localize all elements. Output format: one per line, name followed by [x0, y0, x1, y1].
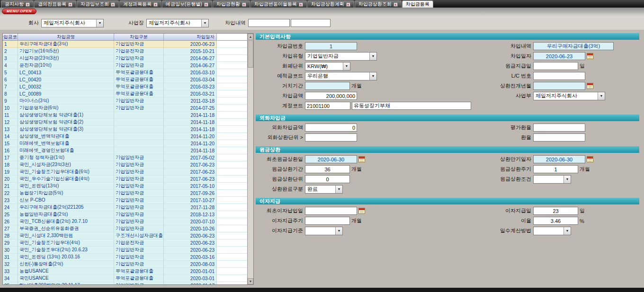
company-select[interactable]: 제일저지주식회사 ▼	[41, 19, 104, 27]
tab-close-icon[interactable]: x	[299, 2, 303, 7]
tab-8[interactable]: 차입금상환계획x	[307, 0, 354, 8]
tab-close-icon[interactable]: x	[111, 2, 115, 7]
table-row[interactable]: 7LC_00032무역포괄금융대출2016-03-23	[3, 83, 247, 90]
scroll-thumb[interactable]	[248, 40, 253, 68]
table-row[interactable]: 22농협장기차입금(5억)기업일반자금2017-09-26	[3, 190, 247, 197]
table-row[interactable]: 10기업운영자금(6억)기업일반자금2014-07-25	[3, 105, 247, 112]
loan-desc-field[interactable]	[533, 42, 614, 50]
tab-close-icon[interactable]: x	[68, 2, 72, 7]
table-row[interactable]: 30국민_기술창조우대(2억) 20.6.23기업일반자금2020-06-23	[3, 247, 247, 254]
currency-select[interactable]: KRW(₩)▼	[305, 62, 350, 71]
table-row[interactable]: 15미래에셋_변액보험대출2014-11-20	[3, 140, 247, 147]
calendar-icon[interactable]	[587, 83, 593, 89]
tab-close-icon[interactable]: x	[394, 2, 398, 7]
repay-start-ym-field[interactable]	[533, 82, 585, 90]
first-principal-date-field[interactable]	[305, 155, 357, 163]
table-row[interactable]: 3시설자금(23억3천)기업일반자금2014-06-27	[3, 55, 247, 62]
table-row[interactable]: 16미래에셋_경영인보험대출2014-11-18	[3, 147, 247, 154]
table-row[interactable]: 17중기청 정책자금(1억)기업일반자금2017-05-02	[3, 154, 247, 161]
table-row[interactable]: 27부국증권_선순위유동화증권기업일반자금2020-10-26	[3, 225, 247, 232]
principal-pay-day-field[interactable]	[533, 62, 578, 70]
tab-3[interactable]: 자금일보조회x	[77, 0, 119, 8]
tab-label: 결의전표등록	[38, 1, 66, 8]
table-row[interactable]: 14삼성생명_변액약관대출2014-11-20	[3, 133, 247, 140]
tab-close-icon[interactable]: x	[346, 2, 350, 7]
tab-close-icon[interactable]: x	[204, 2, 208, 7]
table-row[interactable]: 20국민_우수기술기업신용대출(4억)기업일반자금2017-06-23	[3, 176, 247, 183]
table-row[interactable]: 24우리구매자금대출(2억)221205기업일반자금2017-11-28	[3, 204, 247, 211]
calendar-icon[interactable]	[358, 208, 365, 214]
scroll-up-icon[interactable]: ▲	[248, 34, 253, 40]
interest-rate-field[interactable]	[533, 217, 578, 225]
day-calc-method-select[interactable]: ▼	[533, 227, 571, 235]
principal-cond-select[interactable]: ▼	[533, 175, 571, 184]
division-select[interactable]: 제일저지주식회사▼	[533, 92, 605, 100]
interest-cycle-field[interactable]	[305, 217, 350, 225]
tab-10[interactable]: 차입금등록	[402, 0, 433, 8]
loan-amount-field[interactable]	[305, 92, 357, 100]
eval-rate-field[interactable]	[533, 124, 585, 132]
table-row[interactable]: 26국민_TCB신용대출(2억) 20.7.10기업일반자금2020-07-10	[3, 218, 247, 225]
account-code-field[interactable]	[305, 102, 350, 110]
table-row[interactable]: 6LC_00420무역포괄금융대출2016-03-04	[3, 76, 247, 83]
menu-open-button[interactable]: MENU OPEN	[2, 9, 36, 14]
exch-rate-field[interactable]	[533, 133, 585, 142]
maturity-date-field[interactable]	[533, 155, 585, 163]
calendar-icon[interactable]	[587, 156, 593, 162]
table-row[interactable]: 1우리구매자금대출(3억)기업일반자금2020-06-23	[3, 41, 247, 48]
scroll-down-icon[interactable]: ▼	[248, 278, 253, 284]
table-row[interactable]: 34국민USANCE무역포괄금융대출2020-03-01	[3, 275, 247, 282]
site-select[interactable]: 제일저지주식회사 ▼	[146, 19, 209, 27]
table-row[interactable]: 13삼성생명단체보험 약관대출(3)2014-11-18	[3, 126, 247, 133]
calendar-icon[interactable]	[358, 156, 365, 162]
table-row[interactable]: 11삼성생명단체보험 약관대출(1)2014-11-18	[3, 112, 247, 119]
account-code-name-field[interactable]	[352, 102, 471, 110]
grace-period-field[interactable]	[305, 82, 350, 90]
table-row[interactable]: 28국민_시설대 2,330백만원구조개선시설자금대출2020-06-23	[3, 232, 247, 239]
calendar-icon[interactable]	[587, 53, 593, 59]
table-row[interactable]: 19국민_기술창조기업우대대출(6억)기업일반자금2017-06-23	[3, 168, 247, 176]
table-row[interactable]: 21국민_온렌딩(13억)기업일반자금2017-05-10	[3, 183, 247, 190]
interest-pay-day-field[interactable]	[533, 207, 578, 215]
table-row[interactable]: 33농협USANCE무역포괄금융대출2020-01-01	[3, 268, 247, 275]
tab-close-icon[interactable]: x	[153, 2, 158, 7]
tab-close-icon[interactable]: x	[242, 2, 246, 7]
tab-2[interactable]: 결의전표등록x	[34, 0, 76, 8]
table-row[interactable]: 12삼성생명단체보험 약관대출(2)2014-11-18	[3, 119, 247, 126]
table-vertical-scrollbar[interactable]: ▲ ▼	[247, 34, 253, 284]
loan-type-select[interactable]: 기업일반자금▼	[305, 52, 377, 61]
tab-9[interactable]: 차입금상환조회x	[355, 0, 402, 8]
principal-unit-field[interactable]	[305, 175, 350, 183]
complete-flag-select[interactable]: 완료▼	[305, 185, 343, 194]
table-row[interactable]: 35하나대출260백만원 20.11.17기업일반자금2020-11-17	[3, 282, 247, 284]
interest-basis-select[interactable]: ▼	[305, 227, 343, 235]
table-row[interactable]: 31국민_온렌딩 (13억) 20.03.16기업일반자금2020-03-16	[3, 254, 247, 261]
principal-period-field[interactable]	[305, 165, 350, 173]
tab-1[interactable]: 공지사항x	[1, 0, 34, 8]
scroll-track[interactable]	[248, 68, 253, 278]
lc-no-field[interactable]	[533, 72, 585, 80]
table-row[interactable]: 2기업기보(16억5천)기업운전자금2015-10-21	[3, 48, 247, 55]
deposit-code-select[interactable]: 우리은행▼	[305, 72, 377, 80]
table-row[interactable]: 29국민_기술창조기업우대(4억)기업운전자금2020-06-23	[3, 239, 247, 247]
fx-repay-unit-field[interactable]	[305, 133, 357, 142]
table-row[interactable]: 32신한(-)통장매출(2억)기업일반자금2020-08-03	[3, 261, 247, 268]
tab-5[interactable]: 예금일보(은행별)x	[162, 0, 212, 8]
loan-desc-filter-input[interactable]	[248, 19, 290, 27]
table-row[interactable]: 23신보 P-CBO기업일반자금2017-10-27	[3, 197, 247, 204]
fx-amount-field[interactable]	[305, 124, 357, 132]
table-row[interactable]: 8LC_00089무역포괄금융대출2016-03-21	[3, 90, 247, 97]
table-row[interactable]: 9마이너스(3억)기업일반자금2011-03-18	[3, 97, 247, 105]
table-row[interactable]: 25농협일반자금대출(2억)기업일반자금2018-12-13	[3, 211, 247, 218]
table-row[interactable]: 18국민_시설자금(23억3천)기업일반자금2017-06-23	[3, 161, 247, 168]
table-row[interactable]: 4운전자금(10억)기업일반자금2014-06-27	[3, 62, 247, 69]
principal-cycle-field[interactable]	[533, 165, 578, 173]
tab-close-icon[interactable]: x	[26, 2, 30, 7]
tab-4[interactable]: 계정과목등록x	[119, 0, 161, 8]
tab-7[interactable]: 차입금변동이율등록x	[250, 0, 307, 8]
loan-date-field[interactable]	[533, 52, 585, 60]
tab-6[interactable]: 차입금현황x	[213, 0, 250, 8]
first-interest-date-field[interactable]	[305, 207, 357, 215]
table-row[interactable]: 5LC_00413무역포괄금융대출2016-03-10	[3, 69, 247, 76]
borrow-no-field[interactable]	[305, 42, 357, 50]
